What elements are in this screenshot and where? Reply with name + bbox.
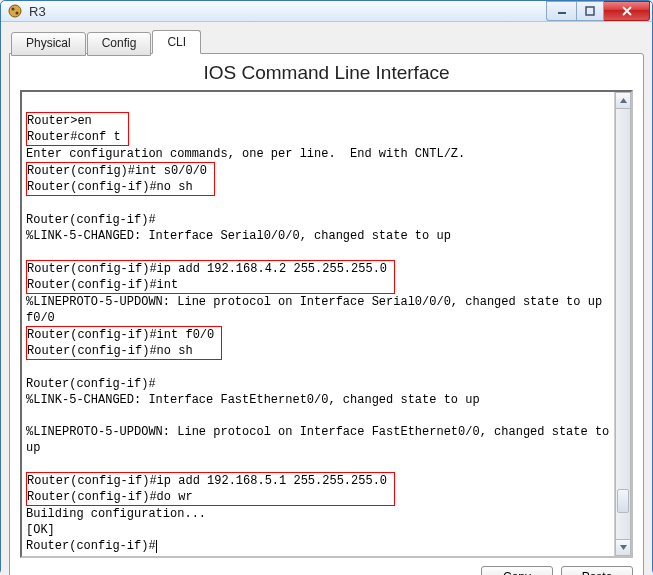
text-cursor [156, 540, 157, 553]
tab-bar: Physical Config CLI [9, 30, 644, 54]
app-icon [7, 3, 23, 19]
scroll-up-button[interactable] [615, 92, 631, 109]
panel-title: IOS Command Line Interface [20, 62, 633, 84]
terminal-line: Router(config-if)#ip add 192.168.4.2 255… [27, 261, 394, 277]
svg-point-0 [9, 5, 21, 17]
scroll-thumb[interactable] [617, 489, 629, 513]
highlight-box: Router>en Router#conf t [26, 112, 129, 146]
svg-rect-4 [586, 7, 594, 15]
terminal-line: Enter configuration commands, one per li… [26, 146, 612, 162]
terminal-line: Router#conf t [27, 129, 128, 145]
terminal-line [26, 244, 612, 260]
close-button[interactable] [604, 1, 650, 21]
content-area: Physical Config CLI IOS Command Line Int… [1, 22, 652, 575]
svg-rect-3 [558, 12, 566, 14]
chevron-down-icon [620, 545, 627, 550]
terminal-line: Router(config-if)#ip add 192.168.5.1 255… [27, 473, 394, 489]
paste-button[interactable]: Paste [561, 566, 633, 575]
maximize-icon [585, 6, 595, 16]
app-window: R3 Physical Config CLI IOS Command Line … [0, 0, 653, 575]
window-controls [546, 1, 650, 21]
scroll-down-button[interactable] [615, 539, 631, 556]
terminal-line: %LINEPROTO-5-UPDOWN: Line protocol on In… [26, 294, 612, 310]
maximize-button[interactable] [576, 1, 604, 21]
terminal-output[interactable]: Router>en Router#conf t Enter configurat… [22, 92, 614, 556]
highlight-box: Router(config-if)#ip add 192.168.5.1 255… [26, 472, 395, 506]
close-icon [621, 6, 633, 16]
terminal-line: Router(config-if)#int [27, 277, 394, 293]
terminal-line: Router(config)#int s0/0/0 [27, 163, 214, 179]
terminal-line [26, 196, 612, 212]
terminal-line: Router(config-if)# [26, 538, 612, 554]
terminal-line: Building configuration... [26, 506, 612, 522]
tab-config[interactable]: Config [87, 32, 152, 56]
cli-panel: IOS Command Line Interface Router>en Rou… [9, 53, 644, 575]
window-title: R3 [29, 4, 546, 19]
terminal-line: %LINK-5-CHANGED: Interface Serial0/0/0, … [26, 228, 612, 244]
titlebar[interactable]: R3 [1, 1, 652, 22]
terminal-line: up [26, 440, 612, 456]
terminal-line: Router(config-if)#no sh [27, 179, 214, 195]
terminal-line: Router>en [27, 113, 128, 129]
terminal-line [26, 456, 612, 472]
minimize-button[interactable] [546, 1, 576, 21]
svg-point-2 [16, 12, 19, 15]
highlight-box: Router(config)#int s0/0/0 Router(config-… [26, 162, 215, 196]
highlight-box: Router(config-if)#ip add 192.168.4.2 255… [26, 260, 395, 294]
terminal-line [26, 96, 612, 112]
terminal-line [26, 408, 612, 424]
terminal-line: %LINK-5-CHANGED: Interface FastEthernet0… [26, 392, 612, 408]
terminal-line: Router(config-if)#do wr [27, 489, 394, 505]
terminal-line: Router(config-if)#int f0/0 [27, 327, 221, 343]
vertical-scrollbar[interactable] [614, 92, 631, 556]
terminal-line: f0/0 [26, 310, 612, 326]
scroll-track[interactable] [615, 109, 631, 539]
terminal-line: Router(config-if)# [26, 376, 612, 392]
chevron-up-icon [620, 98, 627, 103]
minimize-icon [557, 6, 567, 16]
highlight-box: Router(config-if)#int f0/0 Router(config… [26, 326, 222, 360]
terminal-line: Router(config-if)# [26, 212, 612, 228]
tab-cli[interactable]: CLI [152, 30, 201, 54]
button-row: Copy Paste [20, 566, 633, 575]
terminal-line: %LINEPROTO-5-UPDOWN: Line protocol on In… [26, 424, 612, 440]
svg-point-1 [12, 8, 15, 11]
terminal-line: Router(config-if)#no sh [27, 343, 221, 359]
terminal-container: Router>en Router#conf t Enter configurat… [20, 90, 633, 558]
terminal-line: [OK] [26, 522, 612, 538]
tab-physical[interactable]: Physical [11, 32, 86, 56]
copy-button[interactable]: Copy [481, 566, 553, 575]
terminal-line [26, 360, 612, 376]
